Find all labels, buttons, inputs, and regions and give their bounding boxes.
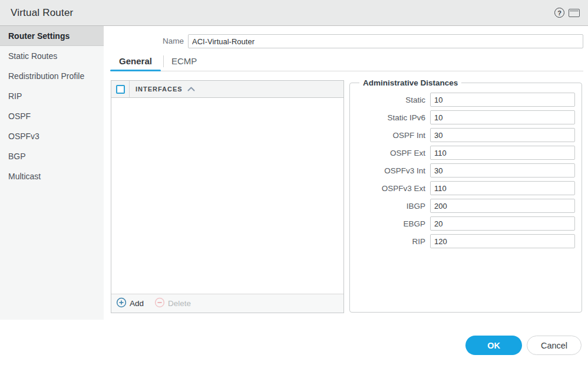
ospfv3-int-input[interactable] [430, 163, 575, 178]
sort-ascending-icon [187, 87, 195, 91]
sidebar-item-static-routes[interactable]: Static Routes [0, 46, 104, 66]
ospf-int-input[interactable] [430, 128, 575, 142]
ospf-int-label: OSPF Int [355, 131, 425, 140]
field-row-static-ipv6: Static IPv6 [355, 110, 575, 124]
delete-button-label: Delete [168, 299, 191, 308]
add-interface-button[interactable]: Add [116, 297, 144, 310]
field-row-ospf-int: OSPF Int [355, 128, 575, 142]
active-tab-underline [110, 70, 161, 71]
sidebar-item-ospf[interactable]: OSPF [0, 106, 104, 126]
field-row-rip: RIP [355, 234, 575, 248]
select-all-checkbox[interactable] [116, 85, 125, 94]
ibgp-label: IBGP [355, 202, 425, 211]
sidebar-item-redistribution-profile[interactable]: Redistribution Profile [0, 66, 104, 86]
tab-general[interactable]: General [110, 53, 161, 70]
ibgp-input[interactable] [430, 199, 575, 213]
sidebar-item-router-settings[interactable]: Router Settings [0, 26, 104, 46]
rip-label: RIP [355, 237, 425, 246]
ok-button[interactable]: OK [465, 336, 522, 355]
field-row-ibgp: IBGP [355, 199, 575, 213]
ospfv3-int-label: OSPFv3 Int [355, 166, 425, 175]
tab-ecmp[interactable]: ECMP [164, 53, 204, 70]
interfaces-table-body [111, 98, 343, 294]
interfaces-table-header: INTERFACES [111, 81, 343, 98]
name-field-label: Name [104, 34, 184, 48]
titlebar-icons: ? [554, 8, 580, 18]
cancel-button[interactable]: Cancel [527, 336, 582, 355]
administrative-distances-group: Administrative Distances Static Static I… [349, 78, 582, 313]
ospf-ext-label: OSPF Ext [355, 149, 425, 157]
static-input[interactable] [430, 93, 575, 107]
ebgp-label: EBGP [355, 219, 425, 228]
add-button-label: Add [130, 299, 144, 308]
interfaces-column-label: INTERFACES [136, 86, 183, 93]
field-row-ospf-ext: OSPF Ext [355, 146, 575, 160]
dialog-title: Virtual Router [11, 7, 73, 19]
sidebar-item-ospfv3[interactable]: OSPFv3 [0, 126, 104, 146]
delete-interface-button[interactable]: Delete [154, 297, 191, 310]
field-row-ebgp: EBGP [355, 216, 575, 231]
field-row-ospfv3-ext: OSPFv3 Ext [355, 181, 575, 195]
ospfv3-ext-input[interactable] [430, 181, 575, 195]
help-icon[interactable]: ? [554, 8, 564, 18]
interfaces-table-footer: Add Delete [111, 294, 343, 313]
dialog-titlebar: Virtual Router ? [0, 0, 588, 26]
interfaces-column-header[interactable]: INTERFACES [130, 81, 343, 97]
tabs-rule [111, 71, 583, 71]
administrative-distances-legend: Administrative Distances [359, 78, 461, 87]
ospfv3-ext-label: OSPFv3 Ext [355, 184, 425, 193]
field-row-static: Static [355, 93, 575, 107]
virtual-router-dialog: Virtual Router ? Router Settings Static … [0, 0, 588, 368]
static-label: Static [355, 96, 425, 104]
add-icon [116, 297, 127, 310]
sidebar-item-multicast[interactable]: Multicast [0, 166, 104, 186]
window-icon[interactable] [569, 9, 580, 17]
sidebar: Router Settings Static Routes Redistribu… [0, 26, 104, 320]
ospf-ext-input[interactable] [430, 146, 575, 160]
sidebar-item-rip[interactable]: RIP [0, 86, 104, 106]
ebgp-input[interactable] [430, 216, 575, 231]
rip-input[interactable] [430, 234, 575, 248]
interfaces-table: INTERFACES Add Delete [111, 80, 344, 313]
field-row-ospfv3-int: OSPFv3 Int [355, 163, 575, 178]
select-all-cell [111, 81, 130, 97]
static-ipv6-input[interactable] [430, 110, 575, 124]
name-input[interactable] [188, 34, 583, 48]
static-ipv6-label: Static IPv6 [355, 113, 425, 122]
delete-icon [154, 297, 165, 310]
sidebar-item-bgp[interactable]: BGP [0, 146, 104, 166]
